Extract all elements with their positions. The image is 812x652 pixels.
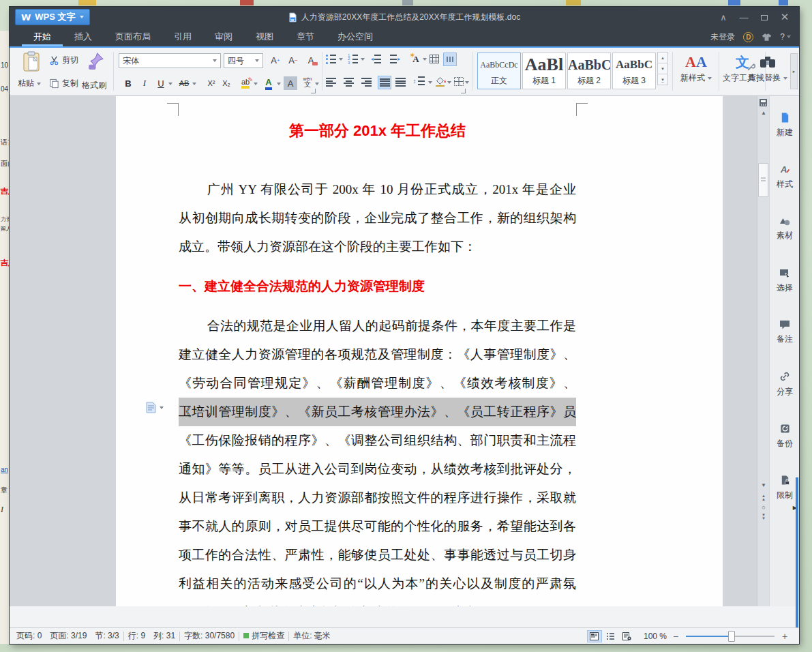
font-color-dropdown-icon[interactable] [277,83,281,85]
zoom-in-icon[interactable]: + [780,631,790,642]
underline-button[interactable]: U [154,76,168,90]
font-color-button[interactable]: A [262,76,275,90]
minimize-icon[interactable]: — [734,12,754,23]
tab-office-space[interactable]: 办公空间 [326,27,385,46]
align-left-icon[interactable] [326,78,336,87]
shading-dropdown-icon[interactable] [447,81,451,84]
distribute-icon[interactable] [395,78,406,87]
document-subheading[interactable]: 一、建立健全合法规范的人力资源管理制度 [179,272,576,301]
paste-icon[interactable] [23,51,41,72]
cut-button[interactable]: 剪切 [49,55,78,66]
collapse-ribbon-icon[interactable]: ∧ [713,12,734,23]
format-painter-icon[interactable] [87,52,104,70]
copy-button[interactable]: 复制 [49,78,78,89]
zoom-slider-handle[interactable] [728,631,735,642]
document-page[interactable]: 第一部分 201x 年工作总结 广州 YY 有限公司于 200x 年 10 月份… [116,96,723,606]
bold-button[interactable]: B [121,76,135,90]
document-line[interactable]: 围。但是愿望与执行力之间还有很大的差距，具体表现如下： [179,598,576,606]
sidebar-item-restrict[interactable]: 限制 [770,474,799,501]
text-direction-button[interactable] [443,53,457,66]
italic-button[interactable]: I [138,76,151,90]
font-dialog-launcher-icon[interactable] [311,89,316,93]
subscript-button[interactable]: X₂ [220,76,233,90]
sidebar-item-new[interactable]: 新建 [770,111,799,138]
zoom-out-icon[interactable]: − [671,631,680,642]
text-effect-button[interactable]: A✶ [409,53,423,66]
wps-app-menu-button[interactable]: W WPS 文字 [15,9,90,25]
find-replace-button[interactable]: 查找替换 [745,52,791,84]
document-line[interactable]: 成立。带领人力资源部在这个阶段的主要工作如下： [179,233,576,261]
document-line[interactable]: 广州 YY 有限公司于 200x 年 10 月份正式成立，201x 年是企业 [179,175,576,204]
sidebar-item-select[interactable]: 选择 [770,267,799,294]
previous-page-icon[interactable]: ▲▲ [759,494,768,501]
superscript-button[interactable]: X² [205,76,218,90]
docer-coin-icon[interactable]: D [743,32,753,42]
style-heading3[interactable]: AaBbC 标题 3 [612,53,656,89]
clear-format-icon[interactable]: A [304,53,318,67]
justify-icon[interactable] [378,76,391,89]
decrease-indent-icon[interactable]: ◂ [371,55,381,63]
numbered-dropdown-icon[interactable] [361,58,365,61]
tab-view[interactable]: 视图 [244,27,285,46]
document-line[interactable]: 合法的规范是企业用人留人的起码前提条件，本年度主要工作是 [179,312,576,340]
scroll-down-icon[interactable]: ▼ [759,482,768,488]
status-word-count[interactable]: 字数: 30/7580 [180,630,239,642]
insert-table-icon[interactable] [430,55,439,63]
document-line[interactable]: 从日常考评到离职，人力资源部都按照文件的程序进行操作，采取就 [179,484,576,512]
page-view-icon[interactable] [587,630,602,642]
scroll-up-icon[interactable]: ▲ [759,110,768,116]
zoom-slider[interactable] [686,636,775,637]
select-browse-object-icon[interactable]: ○ [759,504,768,511]
bullet-list-icon[interactable] [326,55,336,63]
skin-shirt-icon[interactable] [762,33,772,42]
document-line[interactable]: 项工作的合法性、严肃性，能够使员工处处、事事能透过与员工切身 [179,541,576,569]
font-size-select[interactable]: 四号 [224,53,263,68]
line-spacing-dropdown-icon[interactable] [428,81,432,84]
document-heading[interactable]: 第一部分 201x 年工作总结 [179,117,576,145]
scrollbar-thumb[interactable] [758,163,768,197]
sidebar-item-materials[interactable]: 素材 [770,215,799,241]
strikethrough-dropdown-icon[interactable] [192,83,196,85]
close-icon[interactable]: ✕ [775,11,795,23]
vertical-scrollbar[interactable]: ▲ ▼ ▲▲ ○ ▼▼ [757,96,769,606]
sidebar-item-backup[interactable]: 备份 [770,422,799,449]
char-shading-button[interactable]: A [284,76,297,90]
tab-references[interactable]: 引用 [162,27,203,46]
pinyin-guide-button[interactable]: wén 文 [301,76,314,88]
align-right-icon[interactable] [361,78,372,87]
style-heading2[interactable]: AaBbC 标题 2 [567,53,611,89]
highlight-dropdown-icon[interactable] [254,83,258,85]
increase-font-icon[interactable]: A+ [269,53,282,67]
style-scroll-down-icon[interactable]: ▾ [657,63,668,74]
style-heading1[interactable]: AaBl 标题 1 [522,53,566,89]
line-spacing-icon[interactable]: ↕ [413,76,425,85]
shading-icon[interactable] [435,76,446,87]
tab-page-layout[interactable]: 页面布局 [104,27,162,46]
paste-button[interactable]: 粘贴 [18,78,41,89]
ruler-toggle-icon[interactable] [759,98,768,107]
align-center-icon[interactable] [344,78,354,87]
increase-indent-icon[interactable]: ▸ [390,55,400,63]
pinyin-dropdown-icon[interactable] [315,83,319,85]
paragraph-dialog-launcher-icon[interactable] [461,89,466,93]
bullet-dropdown-icon[interactable] [339,58,343,61]
numbered-list-icon[interactable] [348,55,358,63]
maximize-icon[interactable] [754,12,775,23]
style-normal[interactable]: AaBbCcDc 正文 [477,53,521,89]
document-line[interactable]: 通知》等等。员工从进入公司到岗位变动，从绩效考核到批评处分， [179,455,576,484]
tab-review[interactable]: 审阅 [203,27,244,46]
document-line[interactable]: 利益相关的活动来感受公司的“以人为本”的关心以及制度的严肃氛 [179,569,576,598]
web-view-icon[interactable] [620,630,635,642]
borders-icon[interactable] [454,77,464,86]
sidebar-item-share[interactable]: 分享 [770,370,799,398]
borders-dropdown-icon[interactable] [465,81,469,84]
sidebar-item-styles[interactable]: A 样式 [770,163,799,190]
decrease-font-icon[interactable]: A− [286,53,300,67]
text-effect-dropdown-icon[interactable] [423,58,427,61]
tab-insert[interactable]: 插入 [63,27,104,46]
tab-home[interactable]: 开始 [22,27,63,46]
strikethrough-button[interactable]: AB [177,76,191,90]
ribbon-more-strip[interactable]: ▸ [790,53,798,89]
login-status[interactable]: 未登录 [710,31,735,43]
underline-dropdown-icon[interactable] [168,83,172,85]
